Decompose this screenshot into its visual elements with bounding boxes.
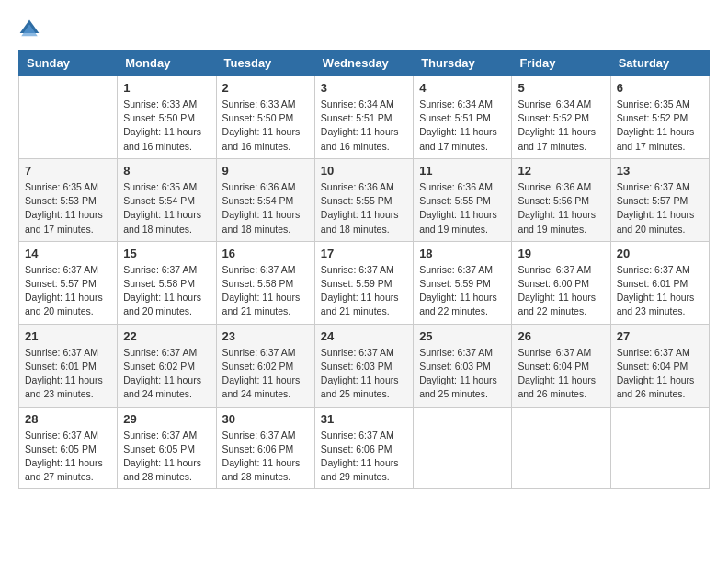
- calendar-cell: 7Sunrise: 6:35 AMSunset: 5:53 PMDaylight…: [19, 158, 118, 241]
- day-number: 4: [419, 81, 506, 95]
- calendar-cell: 1Sunrise: 6:33 AMSunset: 5:50 PMDaylight…: [118, 76, 216, 159]
- calendar-cell: 14Sunrise: 6:37 AMSunset: 5:57 PMDayligh…: [19, 241, 118, 324]
- day-info: Sunrise: 6:37 AMSunset: 6:02 PMDaylight:…: [222, 346, 309, 402]
- day-number: 30: [222, 412, 309, 426]
- day-info: Sunrise: 6:34 AMSunset: 5:52 PMDaylight:…: [518, 98, 604, 154]
- calendar-cell: 10Sunrise: 6:36 AMSunset: 5:55 PMDayligh…: [314, 158, 413, 241]
- calendar-table: SundayMondayTuesdayWednesdayThursdayFrid…: [18, 50, 710, 489]
- calendar-cell: 5Sunrise: 6:34 AMSunset: 5:52 PMDaylight…: [512, 76, 610, 159]
- calendar-week-4: 21Sunrise: 6:37 AMSunset: 6:01 PMDayligh…: [19, 324, 710, 407]
- day-info: Sunrise: 6:37 AMSunset: 6:03 PMDaylight:…: [321, 346, 407, 402]
- day-info: Sunrise: 6:36 AMSunset: 5:54 PMDaylight:…: [222, 180, 309, 236]
- calendar-cell: 9Sunrise: 6:36 AMSunset: 5:54 PMDaylight…: [216, 158, 314, 241]
- calendar-cell: 29Sunrise: 6:37 AMSunset: 6:05 PMDayligh…: [118, 407, 216, 489]
- day-number: 3: [321, 81, 407, 95]
- logo-icon: [18, 18, 40, 40]
- day-number: 18: [419, 247, 506, 260]
- calendar-cell: 12Sunrise: 6:36 AMSunset: 5:56 PMDayligh…: [512, 158, 610, 241]
- day-info: Sunrise: 6:36 AMSunset: 5:56 PMDaylight:…: [518, 180, 604, 236]
- calendar-cell: 20Sunrise: 6:37 AMSunset: 6:01 PMDayligh…: [610, 241, 709, 324]
- calendar-cell: 2Sunrise: 6:33 AMSunset: 5:50 PMDaylight…: [216, 76, 314, 159]
- day-number: 16: [222, 247, 309, 260]
- day-info: Sunrise: 6:37 AMSunset: 5:59 PMDaylight:…: [321, 263, 407, 319]
- calendar-cell: 18Sunrise: 6:37 AMSunset: 5:59 PMDayligh…: [414, 241, 512, 324]
- day-info: Sunrise: 6:37 AMSunset: 6:03 PMDaylight:…: [419, 346, 506, 402]
- calendar-cell: 27Sunrise: 6:37 AMSunset: 6:04 PMDayligh…: [610, 324, 709, 407]
- day-info: Sunrise: 6:37 AMSunset: 6:02 PMDaylight:…: [123, 346, 210, 402]
- day-info: Sunrise: 6:37 AMSunset: 5:57 PMDaylight:…: [25, 263, 111, 319]
- day-info: Sunrise: 6:35 AMSunset: 5:54 PMDaylight:…: [123, 180, 210, 236]
- day-info: Sunrise: 6:34 AMSunset: 5:51 PMDaylight:…: [321, 98, 407, 154]
- day-number: 7: [25, 164, 111, 178]
- day-number: 26: [518, 329, 604, 343]
- day-number: 21: [25, 329, 111, 343]
- calendar-cell: 11Sunrise: 6:36 AMSunset: 5:55 PMDayligh…: [414, 158, 512, 241]
- day-number: 19: [518, 247, 604, 260]
- calendar-header-row: SundayMondayTuesdayWednesdayThursdayFrid…: [19, 51, 710, 76]
- calendar-cell: 24Sunrise: 6:37 AMSunset: 6:03 PMDayligh…: [314, 324, 413, 407]
- day-info: Sunrise: 6:37 AMSunset: 5:58 PMDaylight:…: [123, 263, 210, 319]
- calendar-week-5: 28Sunrise: 6:37 AMSunset: 6:05 PMDayligh…: [19, 407, 710, 489]
- calendar-header-tuesday: Tuesday: [216, 51, 314, 76]
- day-info: Sunrise: 6:37 AMSunset: 5:59 PMDaylight:…: [419, 263, 506, 319]
- day-number: 28: [25, 412, 111, 426]
- day-number: 17: [321, 247, 407, 260]
- calendar-cell: 22Sunrise: 6:37 AMSunset: 6:02 PMDayligh…: [118, 324, 216, 407]
- logo: [18, 18, 44, 40]
- day-number: 24: [321, 329, 407, 343]
- calendar-cell: 15Sunrise: 6:37 AMSunset: 5:58 PMDayligh…: [118, 241, 216, 324]
- day-number: 8: [123, 164, 210, 178]
- calendar-cell: [610, 407, 709, 489]
- day-info: Sunrise: 6:37 AMSunset: 6:04 PMDaylight:…: [617, 346, 703, 402]
- day-number: 29: [123, 412, 210, 426]
- day-info: Sunrise: 6:37 AMSunset: 6:05 PMDaylight:…: [123, 429, 210, 485]
- calendar-cell: 6Sunrise: 6:35 AMSunset: 5:52 PMDaylight…: [610, 76, 709, 159]
- calendar-cell: [512, 407, 610, 489]
- day-info: Sunrise: 6:33 AMSunset: 5:50 PMDaylight:…: [222, 98, 309, 154]
- calendar-cell: 26Sunrise: 6:37 AMSunset: 6:04 PMDayligh…: [512, 324, 610, 407]
- calendar-cell: 16Sunrise: 6:37 AMSunset: 5:58 PMDayligh…: [216, 241, 314, 324]
- day-info: Sunrise: 6:34 AMSunset: 5:51 PMDaylight:…: [419, 98, 506, 154]
- day-info: Sunrise: 6:37 AMSunset: 5:58 PMDaylight:…: [222, 263, 309, 319]
- page-header: [18, 18, 710, 40]
- calendar-cell: 28Sunrise: 6:37 AMSunset: 6:05 PMDayligh…: [19, 407, 118, 489]
- day-number: 23: [222, 329, 309, 343]
- day-number: 14: [25, 247, 111, 260]
- calendar-cell: 19Sunrise: 6:37 AMSunset: 6:00 PMDayligh…: [512, 241, 610, 324]
- calendar-cell: 8Sunrise: 6:35 AMSunset: 5:54 PMDaylight…: [118, 158, 216, 241]
- day-info: Sunrise: 6:35 AMSunset: 5:53 PMDaylight:…: [25, 180, 111, 236]
- calendar-week-3: 14Sunrise: 6:37 AMSunset: 5:57 PMDayligh…: [19, 241, 710, 324]
- day-info: Sunrise: 6:37 AMSunset: 6:04 PMDaylight:…: [518, 346, 604, 402]
- day-number: 10: [321, 164, 407, 178]
- day-number: 12: [518, 164, 604, 178]
- calendar-cell: 13Sunrise: 6:37 AMSunset: 5:57 PMDayligh…: [610, 158, 709, 241]
- calendar-cell: [19, 76, 118, 159]
- day-number: 31: [321, 412, 407, 426]
- day-number: 2: [222, 81, 309, 95]
- calendar-cell: [414, 407, 512, 489]
- day-number: 20: [617, 247, 703, 260]
- day-number: 11: [419, 164, 506, 178]
- calendar-cell: 30Sunrise: 6:37 AMSunset: 6:06 PMDayligh…: [216, 407, 314, 489]
- calendar-header-thursday: Thursday: [414, 51, 512, 76]
- calendar-header-sunday: Sunday: [19, 51, 118, 76]
- day-info: Sunrise: 6:37 AMSunset: 6:05 PMDaylight:…: [25, 429, 111, 485]
- calendar-header-wednesday: Wednesday: [314, 51, 413, 76]
- day-number: 6: [617, 81, 703, 95]
- day-number: 5: [518, 81, 604, 95]
- calendar-cell: 4Sunrise: 6:34 AMSunset: 5:51 PMDaylight…: [414, 76, 512, 159]
- day-info: Sunrise: 6:33 AMSunset: 5:50 PMDaylight:…: [123, 98, 210, 154]
- calendar-cell: 21Sunrise: 6:37 AMSunset: 6:01 PMDayligh…: [19, 324, 118, 407]
- day-info: Sunrise: 6:37 AMSunset: 5:57 PMDaylight:…: [617, 180, 703, 236]
- day-info: Sunrise: 6:35 AMSunset: 5:52 PMDaylight:…: [617, 98, 703, 154]
- day-info: Sunrise: 6:37 AMSunset: 6:01 PMDaylight:…: [25, 346, 111, 402]
- calendar-cell: 25Sunrise: 6:37 AMSunset: 6:03 PMDayligh…: [414, 324, 512, 407]
- day-number: 13: [617, 164, 703, 178]
- calendar-cell: 31Sunrise: 6:37 AMSunset: 6:06 PMDayligh…: [314, 407, 413, 489]
- calendar-week-1: 1Sunrise: 6:33 AMSunset: 5:50 PMDaylight…: [19, 76, 710, 159]
- calendar-cell: 17Sunrise: 6:37 AMSunset: 5:59 PMDayligh…: [314, 241, 413, 324]
- day-number: 27: [617, 329, 703, 343]
- calendar-cell: 3Sunrise: 6:34 AMSunset: 5:51 PMDaylight…: [314, 76, 413, 159]
- day-info: Sunrise: 6:37 AMSunset: 6:06 PMDaylight:…: [222, 429, 309, 485]
- calendar-header-monday: Monday: [118, 51, 216, 76]
